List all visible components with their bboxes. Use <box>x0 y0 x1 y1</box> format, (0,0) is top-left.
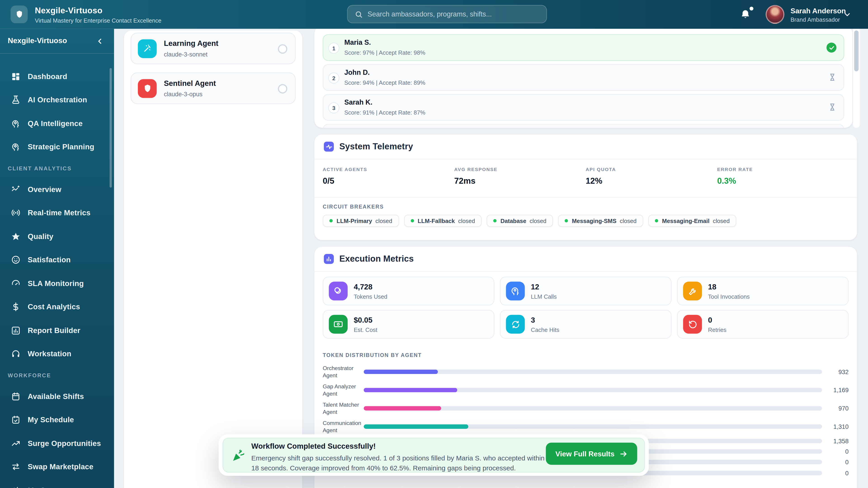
search-input[interactable] <box>368 10 546 18</box>
candidate-name: John D. <box>344 69 370 76</box>
sidebar-item-strategic-planning[interactable]: Strategic Planning <box>0 135 114 159</box>
sidebar-item-realtime-metrics[interactable]: Real-time Metrics <box>0 201 114 225</box>
metric-tile-tool-invocations: 18Tool Invocations <box>677 276 848 305</box>
stat-value: 72ms <box>454 176 586 186</box>
sidebar-item-label: Satisfaction <box>28 256 70 264</box>
stat-avg-response: AVG RESPONSE 72ms <box>454 166 586 197</box>
sidebar-item-satisfaction[interactable]: Satisfaction <box>0 248 114 271</box>
breaker-state: closed <box>458 217 475 224</box>
dollar-icon <box>11 302 21 312</box>
sidebar-item-my-swaps[interactable]: My Swaps <box>0 479 114 488</box>
sidebar-item-surge-opportunities[interactable]: Surge Opportunities <box>0 431 114 455</box>
bar-value: 970 <box>822 405 849 412</box>
agent-radio[interactable] <box>278 44 287 54</box>
sidebar-item-label: QA Intelligence <box>28 119 83 128</box>
circuit-breaker-chip: Messaging-Email closed <box>648 215 737 227</box>
view-full-results-button[interactable]: View Full Results <box>546 443 637 465</box>
candidate-row[interactable]: 2 John D. Score: 94% | Accept Rate: 89% <box>323 64 844 91</box>
breaker-state: closed <box>620 217 637 224</box>
sidebar-item-ai-orchestration[interactable]: AI Orchestration <box>0 88 114 112</box>
sidebar-item-label: Quality <box>28 232 53 240</box>
sidebar-item-cost-analytics[interactable]: Cost Analytics <box>0 295 114 319</box>
card-title: Execution Metrics <box>339 254 414 264</box>
breaker-state: closed <box>713 217 730 224</box>
bar-label: Talent Matcher Agent <box>323 401 364 416</box>
bar-value: 0 <box>822 459 849 465</box>
sidebar-item-label: Cost Analytics <box>28 303 80 311</box>
stat-value: 0/5 <box>323 176 454 186</box>
bar-value: 932 <box>822 368 849 375</box>
bar-label: Gap Analyzer Agent <box>323 383 364 397</box>
chevron-left-icon <box>96 37 103 44</box>
smiley-icon <box>11 255 21 265</box>
status-dot <box>329 219 333 223</box>
panel-scrollbar-thumb[interactable] <box>854 31 859 71</box>
notification-dot <box>749 6 753 10</box>
sidebar-section-client-analytics: CLIENT ANALYTICS <box>0 159 114 177</box>
sidebar-item-label: Available Shifts <box>28 392 84 400</box>
agent-card-sentinel[interactable]: Sentinel Agent claude-3-opus <box>131 72 296 104</box>
shield-icon <box>15 9 24 20</box>
flask-icon <box>11 95 21 105</box>
sidebar-header: Nexgile-Virtuoso <box>0 29 114 53</box>
sidebar-item-overview[interactable]: Overview <box>0 177 114 201</box>
metric-tile-tokens-used: 4,728Tokens Used <box>323 276 494 305</box>
avatar[interactable] <box>766 5 784 24</box>
sidebar-item-report-builder[interactable]: Report Builder <box>0 319 114 342</box>
tile-label: Est. Cost <box>354 326 377 333</box>
sidebar-item-label: Dashboard <box>28 72 67 80</box>
candidate-row[interactable]: 3 Sarah K. Score: 91% | Accept Rate: 87% <box>323 94 844 121</box>
sidebar-item-workstation[interactable]: Workstation <box>0 342 114 366</box>
calendar-icon <box>11 392 21 401</box>
tile-value: 18 <box>708 283 749 291</box>
rank-badge: 1 <box>328 43 339 54</box>
status-dot <box>410 219 414 223</box>
user-role: Brand Ambassador <box>790 16 840 23</box>
system-telemetry-card: System Telemetry ACTIVE AGENTS 0/5 AVG R… <box>314 134 857 240</box>
star-icon <box>11 232 21 241</box>
sidebar-item-dashboard[interactable]: Dashboard <box>0 65 114 88</box>
candidate-row[interactable]: 1 Maria S. Score: 97% | Accept Rate: 98% <box>323 34 844 61</box>
agent-model: claude-3-opus <box>164 91 216 97</box>
tile-value: 3 <box>531 316 559 324</box>
chevron-down-icon <box>843 11 851 19</box>
head-gear-icon <box>506 282 525 300</box>
radio-waves-icon <box>11 208 21 218</box>
sidebar-item-qa-intelligence[interactable]: QA Intelligence <box>0 112 114 135</box>
agent-card-learning[interactable]: Learning Agent claude-3-sonnet <box>131 33 296 64</box>
sidebar-item-label: Overview <box>28 185 61 194</box>
sidebar: Nexgile-Virtuoso Dashboard AI Orchestrat… <box>0 29 114 488</box>
stat-value: 0.3% <box>717 176 849 186</box>
sidebar-item-my-schedule[interactable]: My Schedule <box>0 408 114 431</box>
stat-label: ERROR RATE <box>717 166 849 172</box>
user-menu-button[interactable] <box>843 11 851 21</box>
main-content: Learning Agent claude-3-sonnet Sentinel … <box>114 29 868 488</box>
sidebar-scrollbar-thumb[interactable] <box>110 68 112 188</box>
sidebar-item-available-shifts[interactable]: Available Shifts <box>0 385 114 408</box>
sidebar-item-sla-monitoring[interactable]: SLA Monitoring <box>0 271 114 295</box>
card-title: System Telemetry <box>339 142 413 152</box>
stat-api-quota: API QUOTA 12% <box>586 166 717 197</box>
tile-value: 12 <box>531 283 557 291</box>
stat-label: ACTIVE AGENTS <box>323 166 454 172</box>
agent-radio[interactable] <box>278 84 287 94</box>
button-label: View Full Results <box>555 450 614 458</box>
search-icon <box>355 10 363 18</box>
bar-label: Communication Agent <box>323 419 364 434</box>
stat-label: AVG RESPONSE <box>454 166 586 172</box>
sidebar-item-swap-marketplace[interactable]: Swap Marketplace <box>0 455 114 479</box>
tile-label: Retries <box>708 326 726 333</box>
agent-model: claude-3-sonnet <box>164 51 218 57</box>
notifications-button[interactable] <box>740 9 752 21</box>
bar-chart-icon <box>11 326 21 335</box>
candidate-detail: Score: 94% | Accept Rate: 89% <box>344 79 425 86</box>
sidebar-brand: Nexgile-Virtuoso <box>8 37 67 45</box>
top-header: Nexgile-Virtuoso Virtual Mastery for Ent… <box>0 0 868 29</box>
tile-label: Cache Hits <box>531 326 559 333</box>
toast-message: Emergency shift gap successfully resolve… <box>251 453 550 473</box>
sidebar-item-quality[interactable]: Quality <box>0 225 114 248</box>
sidebar-collapse-button[interactable] <box>93 34 106 48</box>
status-dot <box>493 219 497 223</box>
sidebar-section-workforce: WORKFORCE <box>0 366 114 385</box>
sidebar-item-label: Swap Marketplace <box>28 463 93 471</box>
